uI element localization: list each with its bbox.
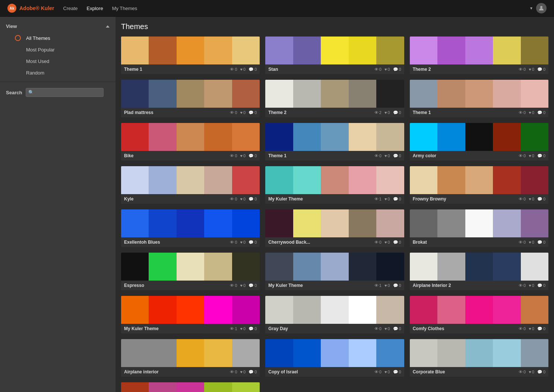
theme-name: Airplane interior — [124, 369, 230, 374]
color-strip — [121, 382, 260, 392]
nav-explore[interactable]: Explore — [87, 6, 103, 11]
theme-info: Theme 2 👁 0 ♥ 0 💬 0 — [410, 64, 548, 74]
theme-name: Bike — [124, 153, 230, 158]
theme-stats: 👁 0 ♥ 0 💬 0 — [519, 154, 545, 158]
search-input[interactable] — [34, 88, 101, 97]
theme-stats: 👁 0 ♥ 0 💬 0 — [519, 67, 545, 72]
theme-card[interactable]: Copy of Israel 👁 0 ♥ 0 💬 0 — [265, 339, 404, 377]
theme-info: Theme 2 👁 2 ♥ 0 💬 0 — [265, 108, 404, 117]
color-strip — [410, 296, 548, 324]
heart-icon: ♥ — [240, 370, 243, 374]
theme-card[interactable]: Comfy Clothes 👁 0 ♥ 0 💬 0 — [410, 296, 548, 333]
theme-card[interactable]: Cherrywood Back... 👁 0 ♥ 0 💬 0 — [265, 209, 404, 247]
theme-info: Theme 1 👁 0 ♥ 0 💬 0 — [410, 108, 548, 117]
theme-stats: 👁 0 ♥ 0 💬 0 — [374, 67, 401, 72]
heart-icon: ♥ — [529, 326, 531, 331]
color-swatch — [121, 296, 149, 324]
color-swatch — [265, 80, 293, 108]
search-icon: 🔍 — [28, 90, 34, 95]
theme-card[interactable]: My Kuler Theme 👁 1 ♥ 0 💬 0 — [121, 296, 260, 333]
theme-stats: 👁 1 ♥ 0 💬 0 — [374, 197, 401, 202]
color-strip — [265, 80, 404, 108]
color-swatch — [149, 382, 176, 392]
theme-info: My Kuler Theme 👁 1 ♥ 0 💬 0 — [121, 324, 260, 333]
color-swatch — [493, 37, 520, 64]
theme-name: Stan — [268, 67, 374, 72]
likes-stat: ♥ 0 — [384, 67, 390, 72]
views-stat: 👁 0 — [374, 240, 382, 244]
views-stat: 👁 1 — [374, 283, 382, 288]
theme-info: Plad mattress 👁 0 ♥ 0 💬 0 — [121, 108, 260, 117]
theme-card[interactable]: Bike 👁 0 ♥ 0 💬 0 — [121, 123, 260, 161]
color-swatch — [177, 166, 204, 194]
color-swatch — [321, 339, 348, 367]
sidebar-item-random[interactable]: Random — [0, 67, 115, 79]
theme-card[interactable]: Theme 2 👁 2 ♥ 0 💬 0 — [265, 80, 404, 117]
eye-icon: 👁 — [374, 370, 379, 374]
chevron-down-icon[interactable]: ▾ — [530, 6, 532, 11]
sidebar-item-most-used[interactable]: Most Used — [0, 56, 115, 67]
chevron-up-icon[interactable] — [106, 25, 110, 28]
sidebar-item-all-themes[interactable]: All Themes — [0, 32, 115, 44]
comment-icon: 💬 — [248, 370, 254, 374]
theme-card[interactable]: Copy of Theme 3 👁 0 ♥ 0 💬 0 — [121, 382, 260, 392]
comments-stat: 💬 0 — [248, 154, 257, 158]
comment-icon: 💬 — [393, 197, 398, 202]
comments-stat: 💬 0 — [393, 110, 401, 115]
theme-card[interactable]: Theme 1 👁 0 ♥ 0 💬 0 — [121, 37, 260, 74]
theme-card[interactable]: Stan 👁 0 ♥ 0 💬 0 — [265, 37, 404, 74]
theme-card[interactable]: Theme 1 👁 0 ♥ 0 💬 0 — [410, 80, 548, 117]
color-swatch — [376, 37, 404, 64]
color-swatch — [349, 166, 376, 194]
sidebar-all-themes-label: All Themes — [26, 35, 50, 41]
comment-icon: 💬 — [248, 197, 254, 202]
theme-card[interactable]: Frowny Browny 👁 0 ♥ 0 💬 0 — [410, 166, 548, 204]
theme-card[interactable]: Theme 2 👁 0 ♥ 0 💬 0 — [410, 37, 548, 74]
color-swatch — [437, 209, 465, 237]
likes-stat: ♥ 0 — [384, 370, 390, 374]
color-swatch — [232, 339, 260, 367]
theme-card[interactable]: Brokat 👁 0 ♥ 0 💬 0 — [410, 209, 548, 247]
heart-icon: ♥ — [240, 283, 243, 288]
theme-card[interactable]: Exellentoh Blues 👁 0 ♥ 0 💬 0 — [121, 209, 260, 247]
color-swatch — [465, 209, 493, 237]
views-stat: 👁 0 — [519, 110, 526, 115]
theme-card[interactable]: Plad mattress 👁 0 ♥ 0 💬 0 — [121, 80, 260, 117]
user-avatar[interactable] — [536, 3, 547, 13]
theme-card[interactable]: Airplane interior 👁 0 ♥ 0 💬 0 — [121, 339, 260, 377]
theme-info: Exellentoh Blues 👁 0 ♥ 0 💬 0 — [121, 237, 260, 247]
theme-card[interactable]: Airplane Interior 2 👁 0 ♥ 0 💬 0 — [410, 253, 548, 290]
app-logo[interactable]: Ak Adobe® Kuler — [7, 4, 54, 13]
theme-card[interactable]: Espresso 👁 0 ♥ 0 💬 0 — [121, 253, 260, 290]
nav-my-themes[interactable]: My Themes — [112, 6, 137, 11]
color-swatch — [204, 296, 232, 324]
theme-card[interactable]: My Kuler Theme 👁 1 ♥ 0 💬 0 — [265, 166, 404, 204]
nav-create[interactable]: Create — [63, 6, 78, 11]
color-swatch — [265, 166, 293, 194]
eye-icon: 👁 — [519, 67, 523, 72]
theme-stats: 👁 0 ♥ 0 💬 0 — [230, 110, 257, 115]
color-swatch — [177, 296, 204, 324]
color-swatch — [121, 339, 149, 367]
views-stat: 👁 0 — [374, 370, 382, 374]
views-stat: 👁 2 — [374, 110, 382, 115]
color-swatch — [121, 253, 149, 281]
color-strip — [265, 253, 404, 281]
theme-info: Kyle 👁 0 ♥ 0 💬 0 — [121, 194, 260, 204]
color-swatch — [521, 80, 548, 108]
color-swatch — [204, 339, 232, 367]
comments-stat: 💬 0 — [537, 110, 545, 115]
color-swatch — [349, 296, 376, 324]
likes-stat: ♥ 0 — [529, 154, 534, 158]
comments-stat: 💬 0 — [537, 197, 545, 202]
theme-card[interactable]: Theme 1 👁 0 ♥ 0 💬 0 — [265, 123, 404, 161]
comment-icon: 💬 — [393, 110, 398, 115]
color-swatch — [149, 166, 176, 194]
comments-stat: 💬 0 — [248, 326, 257, 331]
theme-card[interactable]: Army color 👁 0 ♥ 0 💬 0 — [410, 123, 548, 161]
theme-card[interactable]: Gray Day 👁 0 ♥ 0 💬 0 — [265, 296, 404, 333]
theme-card[interactable]: My Kuler Theme 👁 1 ♥ 0 💬 0 — [265, 253, 404, 290]
theme-card[interactable]: Kyle 👁 0 ♥ 0 💬 0 — [121, 166, 260, 204]
theme-card[interactable]: Corporate Blue 👁 0 ♥ 0 💬 0 — [410, 339, 548, 377]
sidebar-item-most-popular[interactable]: Most Popular — [0, 44, 115, 56]
